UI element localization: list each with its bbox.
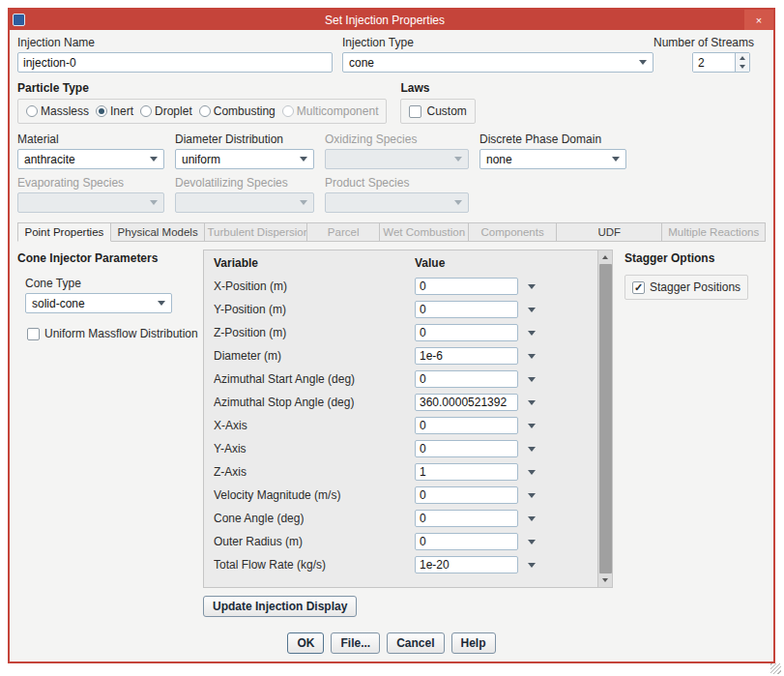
x-axis-input[interactable]	[415, 417, 518, 434]
cone-angle-input[interactable]	[415, 510, 518, 527]
set-injection-properties-dialog: Set Injection Properties × Injection Nam…	[8, 8, 775, 663]
cone-type-select[interactable]: solid-cone	[25, 293, 172, 313]
chevron-down-icon	[150, 157, 158, 162]
tab-udf[interactable]: UDF	[557, 222, 662, 242]
scroll-thumb[interactable]	[599, 264, 612, 573]
variable-label: Z-Axis	[214, 465, 415, 479]
chevron-down-icon	[612, 157, 620, 162]
radio-option-droplet[interactable]: Droplet	[140, 104, 192, 118]
azimuthal-start-angle-input[interactable]	[415, 370, 518, 388]
footer-buttons: OK File... Cancel Help	[17, 623, 766, 654]
variable-label: Y-Position (m)	[214, 303, 415, 316]
z-position-input[interactable]	[415, 324, 518, 341]
chevron-down-icon[interactable]	[528, 354, 536, 359]
x-position-input[interactable]	[415, 278, 518, 295]
velocity-magnitude-input[interactable]	[415, 486, 518, 504]
chevron-up-icon	[602, 255, 608, 259]
variable-label: Y-Axis	[214, 442, 415, 456]
y-position-input[interactable]	[415, 301, 518, 318]
chevron-down-icon[interactable]	[528, 424, 536, 428]
radio-label: Droplet	[155, 104, 192, 118]
radio-label: Inert	[110, 104, 133, 118]
chevron-down-icon[interactable]	[528, 377, 536, 382]
number-of-streams-input[interactable]	[693, 53, 735, 72]
variable-row: Z-Axis	[214, 460, 588, 484]
radio-icon	[26, 105, 38, 117]
uniform-massflow-checkbox[interactable]: Uniform Massflow Distribution	[27, 327, 198, 340]
variable-label: Z-Position (m)	[214, 326, 415, 339]
tab-bar: Point Properties Physical Models Turbule…	[17, 222, 766, 242]
help-button[interactable]: Help	[451, 632, 496, 654]
chevron-down-icon[interactable]	[528, 470, 536, 475]
radio-label: Multicomponent	[297, 104, 379, 118]
diameter-distribution-select[interactable]: uniform	[175, 149, 314, 169]
chevron-down-icon[interactable]	[528, 308, 536, 312]
radio-option-combusting[interactable]: Combusting	[199, 104, 276, 118]
chevron-down-icon[interactable]	[528, 493, 536, 498]
injection-name-input[interactable]	[17, 52, 333, 73]
injection-type-select[interactable]: cone	[342, 52, 653, 73]
ok-button[interactable]: OK	[287, 632, 324, 654]
number-of-streams-stepper[interactable]	[692, 52, 750, 73]
chevron-down-icon[interactable]	[528, 516, 536, 521]
variable-label: Outer Radius (m)	[214, 535, 415, 548]
custom-laws-checkbox[interactable]: Custom	[409, 104, 466, 118]
stagger-positions-checkbox[interactable]: Stagger Positions	[632, 280, 740, 294]
scroll-down-button[interactable]	[599, 574, 612, 586]
variable-row: Outer Radius (m)	[214, 530, 588, 553]
chevron-down-icon[interactable]	[528, 447, 536, 452]
diameter-distribution-value: uniform	[182, 153, 300, 166]
radio-option-massless[interactable]: Massless	[26, 104, 89, 118]
chevron-down-icon[interactable]	[528, 563, 536, 568]
cancel-button[interactable]: Cancel	[387, 632, 444, 654]
particle-type-row: Particle Type Massless Inert Droplet	[17, 81, 766, 124]
radio-option-inert[interactable]: Inert	[96, 104, 133, 118]
tab-physical-models[interactable]: Physical Models	[111, 222, 206, 242]
chevron-down-icon[interactable]	[528, 400, 536, 405]
diameter-input[interactable]	[415, 347, 518, 365]
resize-grip[interactable]	[770, 663, 781, 674]
chevron-down-icon[interactable]	[528, 540, 536, 544]
checkbox-icon	[27, 328, 40, 340]
azimuthal-stop-angle-input[interactable]	[415, 394, 518, 411]
update-injection-display-button[interactable]: Update Injection Display	[203, 596, 357, 617]
radio-label: Massless	[41, 104, 89, 118]
laws-label: Laws	[400, 81, 475, 95]
file-button[interactable]: File...	[331, 632, 380, 654]
stagger-options: Stagger Options Stagger Positions	[613, 250, 766, 300]
close-button[interactable]: ×	[744, 10, 773, 30]
variable-label: Diameter (m)	[214, 349, 415, 363]
spinner-down-button[interactable]	[736, 63, 749, 73]
point-properties-pane: Cone Injector Parameters Cone Type solid…	[17, 250, 766, 623]
z-axis-input[interactable]	[415, 463, 518, 481]
chevron-down-icon[interactable]	[528, 331, 536, 336]
scroll-up-button[interactable]	[599, 251, 612, 263]
variable-column-header: Variable	[214, 256, 415, 270]
chevron-down-icon	[602, 578, 608, 582]
material-row: Material anthracite Diameter Distributio…	[17, 132, 766, 169]
total-flow-rate-input[interactable]	[415, 556, 518, 573]
material-select[interactable]: anthracite	[17, 149, 164, 169]
laws-group: Custom	[400, 99, 475, 124]
scrollbar[interactable]	[597, 250, 612, 587]
variables-panel: Variable Value X-Position (m) Y-Position…	[203, 250, 613, 588]
outer-radius-input[interactable]	[415, 533, 518, 550]
variable-row: Azimuthal Stop Angle (deg)	[214, 391, 588, 414]
tab-point-properties[interactable]: Point Properties	[17, 222, 111, 242]
oxidizing-species-label: Oxidizing Species	[325, 132, 469, 146]
discrete-phase-domain-select[interactable]: none	[479, 149, 626, 169]
cone-type-value: solid-cone	[32, 297, 158, 310]
evaporating-species-label: Evaporating Species	[17, 176, 164, 190]
variable-label: Total Flow Rate (kg/s)	[214, 558, 415, 572]
spinner-up-button[interactable]	[736, 53, 749, 63]
discrete-phase-domain-label: Discrete Phase Domain	[479, 132, 626, 146]
y-axis-input[interactable]	[415, 440, 518, 457]
injection-name-label: Injection Name	[17, 36, 333, 49]
variable-label: Azimuthal Stop Angle (deg)	[214, 396, 415, 409]
evaporating-species-select	[17, 192, 164, 213]
variable-row: Velocity Magnitude (m/s)	[214, 484, 588, 507]
titlebar[interactable]: Set Injection Properties ×	[10, 10, 773, 30]
custom-laws-label: Custom	[426, 104, 466, 118]
devolatilizing-species-label: Devolatilizing Species	[175, 176, 314, 190]
chevron-down-icon[interactable]	[528, 284, 536, 289]
